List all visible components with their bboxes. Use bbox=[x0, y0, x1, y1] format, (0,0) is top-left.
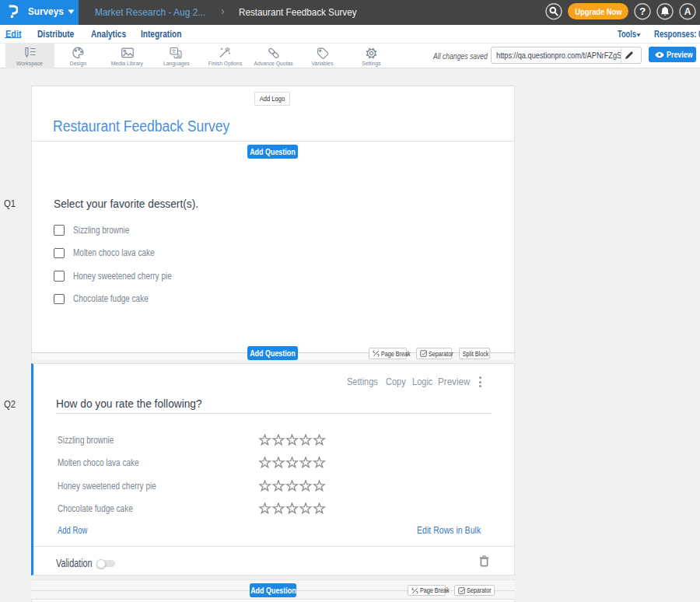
svg-text:A: A bbox=[684, 6, 691, 17]
svg-text:A: A bbox=[177, 53, 180, 58]
svg-text:?: ? bbox=[639, 5, 646, 17]
svg-text:文: 文 bbox=[172, 48, 177, 54]
